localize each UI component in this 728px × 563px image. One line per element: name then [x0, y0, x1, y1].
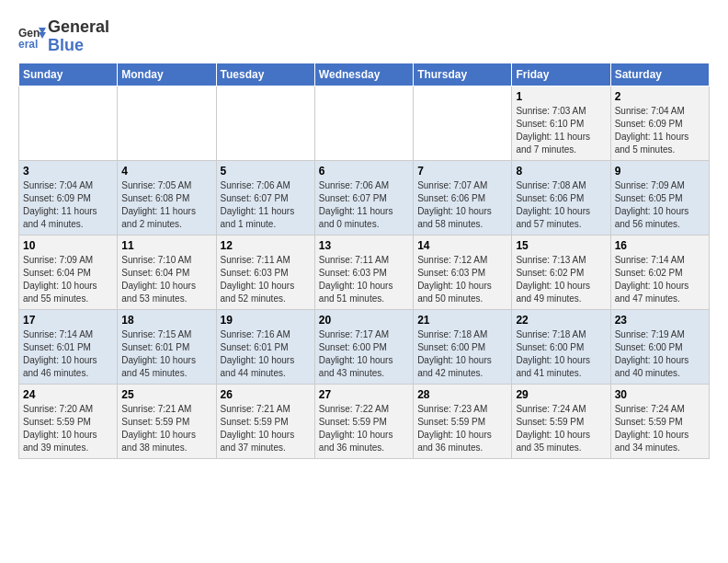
- calendar-table: SundayMondayTuesdayWednesdayThursdayFrid…: [18, 63, 710, 459]
- calendar-cell: 7Sunrise: 7:07 AM Sunset: 6:06 PM Daylig…: [414, 160, 512, 235]
- calendar-cell: 18Sunrise: 7:15 AM Sunset: 6:01 PM Dayli…: [118, 309, 216, 384]
- day-info: Sunrise: 7:06 AM Sunset: 6:07 PM Dayligh…: [319, 179, 409, 231]
- calendar-cell: 8Sunrise: 7:08 AM Sunset: 6:06 PM Daylig…: [512, 160, 610, 235]
- calendar-cell: 30Sunrise: 7:24 AM Sunset: 5:59 PM Dayli…: [610, 384, 709, 458]
- calendar-week-3: 10Sunrise: 7:09 AM Sunset: 6:04 PM Dayli…: [19, 235, 710, 309]
- day-number: 1: [516, 90, 606, 103]
- day-info: Sunrise: 7:04 AM Sunset: 6:09 PM Dayligh…: [615, 105, 705, 156]
- day-info: Sunrise: 7:20 AM Sunset: 5:59 PM Dayligh…: [23, 403, 113, 454]
- day-number: 14: [417, 239, 507, 252]
- day-info: Sunrise: 7:05 AM Sunset: 6:08 PM Dayligh…: [121, 179, 211, 231]
- day-info: Sunrise: 7:21 AM Sunset: 5:59 PM Dayligh…: [121, 403, 211, 454]
- calendar-cell: 12Sunrise: 7:11 AM Sunset: 6:03 PM Dayli…: [216, 235, 314, 309]
- day-info: Sunrise: 7:17 AM Sunset: 6:00 PM Dayligh…: [319, 328, 409, 380]
- day-info: Sunrise: 7:18 AM Sunset: 6:00 PM Dayligh…: [516, 328, 606, 380]
- day-info: Sunrise: 7:13 AM Sunset: 6:02 PM Dayligh…: [516, 254, 606, 305]
- day-info: Sunrise: 7:09 AM Sunset: 6:04 PM Dayligh…: [23, 254, 113, 305]
- day-number: 27: [319, 388, 409, 401]
- calendar-cell: 29Sunrise: 7:24 AM Sunset: 5:59 PM Dayli…: [512, 384, 610, 458]
- calendar-cell: 21Sunrise: 7:18 AM Sunset: 6:00 PM Dayli…: [414, 309, 512, 384]
- day-info: Sunrise: 7:22 AM Sunset: 5:59 PM Dayligh…: [319, 403, 409, 454]
- calendar-cell: 19Sunrise: 7:16 AM Sunset: 6:01 PM Dayli…: [216, 309, 314, 384]
- logo-icon: Gen eral: [18, 23, 46, 51]
- day-info: Sunrise: 7:14 AM Sunset: 6:01 PM Dayligh…: [23, 328, 113, 380]
- calendar-cell: 1Sunrise: 7:03 AM Sunset: 6:10 PM Daylig…: [512, 86, 610, 160]
- calendar-cell: 22Sunrise: 7:18 AM Sunset: 6:00 PM Dayli…: [512, 309, 610, 384]
- day-number: 16: [615, 239, 705, 252]
- day-info: Sunrise: 7:11 AM Sunset: 6:03 PM Dayligh…: [319, 254, 409, 305]
- logo: Gen eral GeneralBlue: [18, 18, 109, 55]
- day-number: 17: [23, 314, 113, 327]
- day-number: 2: [615, 90, 705, 103]
- calendar-cell: 13Sunrise: 7:11 AM Sunset: 6:03 PM Dayli…: [314, 235, 413, 309]
- day-info: Sunrise: 7:10 AM Sunset: 6:04 PM Dayligh…: [121, 254, 211, 305]
- weekday-header-row: SundayMondayTuesdayWednesdayThursdayFrid…: [19, 63, 710, 86]
- day-number: 6: [319, 165, 409, 178]
- day-info: Sunrise: 7:16 AM Sunset: 6:01 PM Dayligh…: [221, 328, 311, 380]
- calendar-header: SundayMondayTuesdayWednesdayThursdayFrid…: [19, 63, 710, 86]
- day-number: 12: [221, 239, 311, 252]
- day-info: Sunrise: 7:23 AM Sunset: 5:59 PM Dayligh…: [417, 403, 507, 454]
- calendar-cell: 5Sunrise: 7:06 AM Sunset: 6:07 PM Daylig…: [216, 160, 314, 235]
- day-number: 29: [516, 388, 606, 401]
- weekday-header-friday: Friday: [512, 63, 610, 86]
- calendar-cell: 4Sunrise: 7:05 AM Sunset: 6:08 PM Daylig…: [118, 160, 216, 235]
- day-number: 11: [121, 239, 211, 252]
- day-number: 22: [516, 314, 606, 327]
- day-number: 4: [121, 165, 211, 178]
- weekday-header-wednesday: Wednesday: [314, 63, 413, 86]
- day-number: 7: [417, 165, 507, 178]
- calendar-cell: 2Sunrise: 7:04 AM Sunset: 6:09 PM Daylig…: [610, 86, 709, 160]
- logo-text: GeneralBlue: [48, 18, 109, 55]
- weekday-header-thursday: Thursday: [414, 63, 512, 86]
- day-number: 13: [319, 239, 409, 252]
- day-info: Sunrise: 7:08 AM Sunset: 6:06 PM Dayligh…: [516, 179, 606, 231]
- day-number: 25: [121, 388, 211, 401]
- calendar-cell: 11Sunrise: 7:10 AM Sunset: 6:04 PM Dayli…: [118, 235, 216, 309]
- day-info: Sunrise: 7:11 AM Sunset: 6:03 PM Dayligh…: [221, 254, 311, 305]
- calendar-week-5: 24Sunrise: 7:20 AM Sunset: 5:59 PM Dayli…: [19, 384, 710, 458]
- day-number: 30: [615, 388, 705, 401]
- calendar-week-4: 17Sunrise: 7:14 AM Sunset: 6:01 PM Dayli…: [19, 309, 710, 384]
- day-info: Sunrise: 7:07 AM Sunset: 6:06 PM Dayligh…: [417, 179, 507, 231]
- calendar-cell: 26Sunrise: 7:21 AM Sunset: 5:59 PM Dayli…: [216, 384, 314, 458]
- calendar-week-1: 1Sunrise: 7:03 AM Sunset: 6:10 PM Daylig…: [19, 86, 710, 160]
- calendar-body: 1Sunrise: 7:03 AM Sunset: 6:10 PM Daylig…: [19, 86, 710, 458]
- day-number: 24: [23, 388, 113, 401]
- day-info: Sunrise: 7:24 AM Sunset: 5:59 PM Dayligh…: [516, 403, 606, 454]
- day-number: 20: [319, 314, 409, 327]
- calendar-cell: 23Sunrise: 7:19 AM Sunset: 6:00 PM Dayli…: [610, 309, 709, 384]
- calendar-cell: [19, 86, 118, 160]
- day-info: Sunrise: 7:12 AM Sunset: 6:03 PM Dayligh…: [417, 254, 507, 305]
- weekday-header-monday: Monday: [118, 63, 216, 86]
- day-info: Sunrise: 7:15 AM Sunset: 6:01 PM Dayligh…: [121, 328, 211, 380]
- day-number: 8: [516, 165, 606, 178]
- weekday-header-tuesday: Tuesday: [216, 63, 314, 86]
- calendar-cell: 16Sunrise: 7:14 AM Sunset: 6:02 PM Dayli…: [610, 235, 709, 309]
- calendar-cell: 25Sunrise: 7:21 AM Sunset: 5:59 PM Dayli…: [118, 384, 216, 458]
- day-number: 28: [417, 388, 507, 401]
- page-header: Gen eral GeneralBlue: [18, 18, 710, 55]
- calendar-cell: 28Sunrise: 7:23 AM Sunset: 5:59 PM Dayli…: [414, 384, 512, 458]
- day-info: Sunrise: 7:14 AM Sunset: 6:02 PM Dayligh…: [615, 254, 705, 305]
- day-number: 15: [516, 239, 606, 252]
- calendar-cell: 27Sunrise: 7:22 AM Sunset: 5:59 PM Dayli…: [314, 384, 413, 458]
- calendar-cell: 3Sunrise: 7:04 AM Sunset: 6:09 PM Daylig…: [19, 160, 118, 235]
- day-number: 10: [23, 239, 113, 252]
- day-number: 23: [615, 314, 705, 327]
- day-number: 9: [615, 165, 705, 178]
- day-number: 3: [23, 165, 113, 178]
- day-info: Sunrise: 7:21 AM Sunset: 5:59 PM Dayligh…: [221, 403, 311, 454]
- calendar-week-2: 3Sunrise: 7:04 AM Sunset: 6:09 PM Daylig…: [19, 160, 710, 235]
- calendar-cell: [118, 86, 216, 160]
- day-info: Sunrise: 7:19 AM Sunset: 6:00 PM Dayligh…: [615, 328, 705, 380]
- calendar-cell: 17Sunrise: 7:14 AM Sunset: 6:01 PM Dayli…: [19, 309, 118, 384]
- weekday-header-saturday: Saturday: [610, 63, 709, 86]
- calendar-cell: 6Sunrise: 7:06 AM Sunset: 6:07 PM Daylig…: [314, 160, 413, 235]
- weekday-header-sunday: Sunday: [19, 63, 118, 86]
- calendar-cell: 9Sunrise: 7:09 AM Sunset: 6:05 PM Daylig…: [610, 160, 709, 235]
- day-number: 26: [221, 388, 311, 401]
- calendar-cell: [216, 86, 314, 160]
- day-info: Sunrise: 7:04 AM Sunset: 6:09 PM Dayligh…: [23, 179, 113, 231]
- day-number: 5: [221, 165, 311, 178]
